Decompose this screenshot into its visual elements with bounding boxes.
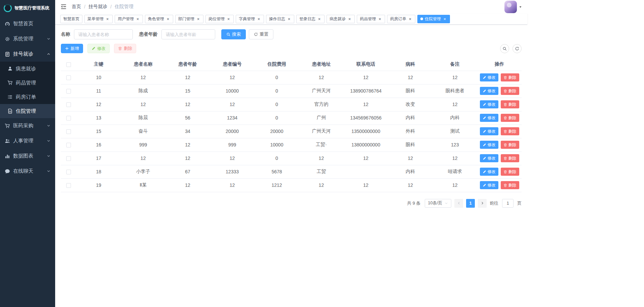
- row-checkbox[interactable]: [66, 102, 71, 107]
- close-icon[interactable]: ×: [105, 17, 110, 21]
- row-delete-button[interactable]: 删除: [501, 141, 519, 149]
- row-edit-label: 修改: [488, 102, 496, 107]
- row-checkbox[interactable]: [66, 75, 71, 80]
- close-icon[interactable]: ×: [408, 17, 412, 21]
- sidebar-collapse-icon[interactable]: [60, 3, 67, 10]
- row-edit-button[interactable]: 修改: [480, 154, 498, 162]
- close-icon[interactable]: ×: [317, 17, 321, 21]
- row-edit-button[interactable]: 修改: [480, 141, 498, 149]
- tab-patient-visit[interactable]: 病患就诊×: [327, 15, 355, 23]
- prev-page-button[interactable]: [454, 199, 463, 208]
- row-delete-button[interactable]: 删除: [501, 114, 519, 122]
- row-delete-button[interactable]: 删除: [501, 87, 519, 95]
- chevron-down-icon: [47, 154, 50, 158]
- tab-post-mgmt[interactable]: 岗位管理×: [205, 15, 234, 23]
- sidebar-item-pharmacy-orders[interactable]: 药房订单: [0, 90, 55, 104]
- search-button[interactable]: 搜索: [221, 29, 246, 39]
- delete-button[interactable]: 删除: [114, 44, 136, 53]
- row-delete-button[interactable]: 删除: [501, 154, 519, 162]
- sidebar-item-hospitalization[interactable]: 住院管理: [0, 104, 55, 118]
- pagination-total: 共 9 条: [407, 200, 420, 206]
- tab-menu-mgmt[interactable]: 菜单管理×: [84, 15, 113, 23]
- reset-button[interactable]: 重置: [249, 29, 273, 39]
- tab-user-mgmt[interactable]: 用户管理×: [115, 15, 143, 23]
- delete-icon: [503, 116, 507, 120]
- close-icon[interactable]: ×: [136, 17, 140, 21]
- people-icon: [5, 138, 10, 144]
- row-actions-cell: 修改删除: [477, 71, 522, 84]
- tab-oper-log[interactable]: 操作日志×: [266, 15, 294, 23]
- toggle-search-button[interactable]: [500, 44, 509, 53]
- row-checkbox[interactable]: [66, 170, 71, 174]
- tab-home[interactable]: 智慧首页: [60, 15, 82, 23]
- table-cell: 12: [210, 71, 254, 84]
- refresh-table-button[interactable]: [513, 44, 522, 53]
- close-icon[interactable]: ×: [166, 17, 170, 21]
- sidebar-item-hr[interactable]: 人事管理: [0, 133, 55, 148]
- sidebar-item-patient-visit[interactable]: 病患就诊: [0, 62, 55, 76]
- row-edit-button[interactable]: 修改: [480, 114, 498, 122]
- sidebar-item-chat[interactable]: 在线聊天: [0, 164, 55, 179]
- row-delete-button[interactable]: 删除: [501, 181, 519, 189]
- close-icon[interactable]: ×: [226, 17, 231, 21]
- row-delete-button[interactable]: 删除: [501, 73, 519, 81]
- row-checkbox[interactable]: [66, 116, 71, 121]
- tab-dept-mgmt[interactable]: 部门管理×: [175, 15, 203, 23]
- tab-login-log[interactable]: 登录日志×: [296, 15, 325, 23]
- app-logo[interactable]: 智慧医疗管理系统: [0, 0, 55, 16]
- close-icon[interactable]: ×: [347, 17, 352, 21]
- sidebar-item-procurement[interactable]: 医药采购: [0, 118, 55, 133]
- select-all-checkbox[interactable]: [66, 62, 71, 67]
- sidebar-item-drug-management[interactable]: 药品管理: [0, 76, 55, 90]
- breadcrumb-item[interactable]: 挂号就诊: [88, 4, 107, 10]
- edit-icon: [483, 170, 486, 174]
- user-menu[interactable]: [504, 1, 522, 13]
- chevron-down-icon: [47, 169, 50, 173]
- page-number-button[interactable]: 1: [466, 199, 475, 208]
- sidebar-item-charts[interactable]: 数据图表: [0, 148, 55, 164]
- tab-dict-mgmt[interactable]: 字典管理×: [236, 15, 264, 23]
- patient-age-input[interactable]: [161, 29, 215, 39]
- close-icon[interactable]: ×: [287, 17, 291, 21]
- sidebar-item-home[interactable]: 智慧首页: [0, 16, 55, 31]
- goto-label: 前往: [490, 200, 498, 206]
- search-icon: [502, 46, 507, 51]
- patient-name-input[interactable]: [74, 29, 133, 39]
- close-icon[interactable]: ×: [443, 17, 447, 21]
- row-edit-button[interactable]: 修改: [480, 87, 498, 95]
- close-icon[interactable]: ×: [196, 17, 200, 21]
- row-checkbox[interactable]: [66, 156, 71, 161]
- row-checkbox[interactable]: [66, 129, 71, 134]
- sidebar-menu: 智慧首页系统管理挂号就诊病患就诊药品管理药房订单住院管理医药采购人事管理数据图表…: [0, 16, 55, 179]
- close-icon[interactable]: ×: [378, 17, 382, 21]
- tab-role-mgmt[interactable]: 角色管理×: [145, 15, 173, 23]
- table-row: 17121212012121212修改删除: [61, 151, 522, 165]
- row-edit-button[interactable]: 修改: [480, 73, 498, 81]
- tab-drug-mgmt[interactable]: 药品管理×: [357, 15, 385, 23]
- delete-button-label: 删除: [124, 46, 132, 52]
- row-delete-button[interactable]: 删除: [501, 127, 519, 135]
- next-page-button[interactable]: [478, 199, 487, 208]
- row-delete-button[interactable]: 删除: [501, 100, 519, 108]
- row-checkbox[interactable]: [66, 89, 71, 94]
- edit-button[interactable]: 修改: [87, 44, 110, 53]
- breadcrumb-item[interactable]: 首页: [72, 4, 81, 10]
- tab-pharmacy-orders[interactable]: 药房订单×: [387, 15, 415, 23]
- sidebar-item-registration[interactable]: 挂号就诊: [0, 46, 55, 62]
- sidebar-item-system[interactable]: 系统管理: [0, 31, 55, 46]
- page-size-select[interactable]: 10条/页: [425, 199, 451, 208]
- row-checkbox[interactable]: [66, 143, 71, 147]
- row-checkbox[interactable]: [66, 183, 71, 188]
- row-delete-button[interactable]: 删除: [501, 168, 519, 176]
- row-actions-cell: 修改删除: [477, 98, 522, 111]
- close-icon[interactable]: ×: [257, 17, 261, 21]
- row-edit-button[interactable]: 修改: [480, 127, 498, 135]
- row-edit-button[interactable]: 修改: [480, 168, 498, 176]
- row-edit-button[interactable]: 修改: [480, 181, 498, 189]
- row-actions-cell: 修改删除: [477, 84, 522, 98]
- tab-label: 角色管理: [148, 16, 164, 22]
- tab-hospitalization[interactable]: 住院管理×: [417, 15, 450, 23]
- add-button[interactable]: 新增: [61, 44, 83, 53]
- goto-page-input[interactable]: [502, 199, 514, 208]
- row-edit-button[interactable]: 修改: [480, 100, 498, 108]
